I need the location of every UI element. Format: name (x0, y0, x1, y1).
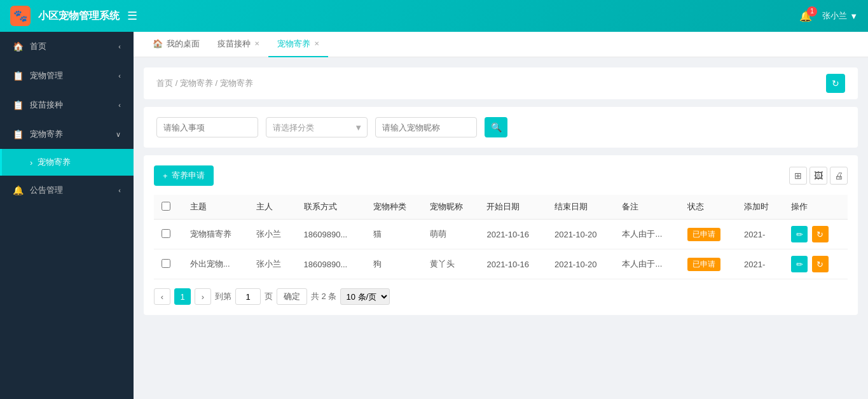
toolbar-icons: ⊞ 🖼 🖨 (789, 167, 848, 185)
page-content: 首页 / 宠物寄养 / 宠物寄养 ↻ 请选择分类 猫 狗 其他 (134, 57, 868, 399)
user-arrow-icon: ▼ (850, 11, 858, 21)
breadcrumb-bar: 首页 / 宠物寄养 / 宠物寄养 ↻ (144, 67, 858, 99)
status-update-button[interactable]: ↻ (812, 256, 829, 272)
page-confirm-button[interactable]: 确定 (277, 288, 307, 305)
tab-vaccine-label: 疫苗接种 (217, 38, 251, 50)
next-page-button[interactable]: › (195, 288, 211, 305)
refresh-button[interactable]: ↻ (826, 74, 845, 93)
cell-action: ✏ ↻ (783, 220, 848, 249)
sidebar-item-pet-mgmt[interactable]: 📋 宠物管理 ‹ (0, 61, 134, 90)
cell-checkbox (154, 249, 183, 279)
cell-end-date: 2021-10-20 (547, 249, 614, 279)
cell-pet-name: 黄丫头 (422, 249, 479, 279)
menu-toggle-icon[interactable]: ☰ (127, 9, 137, 23)
search-category-select[interactable]: 请选择分类 猫 狗 其他 (266, 117, 368, 137)
search-button[interactable]: 🔍 (485, 117, 507, 137)
breadcrumb-home[interactable]: 首页 (156, 78, 173, 88)
pet-foster-icon: 📋 (13, 129, 24, 139)
cell-remark: 本人由于... (614, 249, 679, 279)
go-to-label: 到第 (215, 291, 231, 302)
tab-pet-foster-close[interactable]: ✕ (314, 40, 319, 47)
tab-vaccine[interactable]: 疫苗接种 ✕ (209, 32, 268, 57)
sidebar-item-home[interactable]: 🏠 首页 ‹ (0, 32, 134, 61)
sidebar-label-pet-mgmt: 宠物管理 (30, 70, 63, 81)
cell-start-date: 2021-10-16 (479, 220, 546, 249)
user-menu[interactable]: 张小兰 ▼ (822, 10, 858, 22)
row-checkbox[interactable] (162, 229, 170, 238)
user-name: 张小兰 (822, 10, 847, 22)
table-panel: + 寄养申请 ⊞ 🖼 🖨 (144, 155, 858, 315)
col-pet-name: 宠物昵称 (422, 195, 479, 220)
main-content: 🏠 我的桌面 疫苗接种 ✕ 宠物寄养 ✕ 首页 / 宠物寄养 / (134, 32, 868, 399)
image-icon: 🖼 (814, 171, 823, 181)
cell-pet-type: 狗 (366, 249, 422, 279)
tab-pet-foster[interactable]: 宠物寄养 ✕ (268, 32, 328, 57)
edit-button[interactable]: ✏ (791, 226, 808, 242)
sidebar: 🏠 首页 ‹ 📋 宠物管理 ‹ 📋 疫苗接种 ‹ 📋 宠物寄养 ∨ (0, 32, 134, 399)
page-1-button[interactable]: 1 (174, 288, 191, 305)
cell-add-time: 2021- (736, 220, 783, 249)
sidebar-item-vaccine[interactable]: 📋 疫苗接种 ‹ (0, 90, 134, 120)
select-all-checkbox[interactable] (162, 202, 170, 211)
cell-action: ✏ ↻ (783, 249, 848, 279)
print-button[interactable]: 🖨 (830, 167, 848, 185)
grid-icon: ⊞ (794, 171, 802, 181)
search-matter-input[interactable] (156, 117, 258, 137)
prev-page-button[interactable]: ‹ (154, 288, 170, 305)
sidebar-label-announcement: 公告管理 (30, 185, 63, 196)
cell-pet-type: 猫 (366, 220, 422, 249)
sidebar-item-announcement[interactable]: 🔔 公告管理 ‹ (0, 176, 134, 205)
tab-pet-foster-label: 宠物寄养 (277, 38, 310, 50)
status-update-button[interactable]: ↻ (812, 226, 829, 242)
tab-home-label: 我的桌面 (167, 38, 200, 50)
col-start-date: 开始日期 (479, 195, 546, 220)
sidebar-label-home: 首页 (30, 41, 46, 52)
app-title: 小区宠物管理系统 (38, 10, 120, 23)
total-count: 共 2 条 (311, 291, 336, 302)
notification-badge: 1 (807, 6, 817, 17)
sidebar-arrow-pet-foster: ∨ (116, 130, 121, 139)
page-size-select[interactable]: 10 条/页 20 条/页 50 条/页 (340, 288, 390, 305)
table-row: 宠物猫寄养 张小兰 18609890... 猫 萌萌 2021-10-16 20… (154, 220, 848, 249)
cell-add-time: 2021- (736, 249, 783, 279)
sidebar-arrow-announcement: ‹ (118, 186, 121, 194)
cell-end-date: 2021-10-20 (547, 220, 614, 249)
tab-home[interactable]: 🏠 我的桌面 (144, 32, 209, 57)
vaccine-icon: 📋 (13, 100, 24, 110)
breadcrumb-foster[interactable]: 宠物寄养 (180, 78, 213, 88)
image-view-button[interactable]: 🖼 (809, 167, 827, 185)
table-row: 外出宠物... 张小兰 18609890... 狗 黄丫头 2021-10-16… (154, 249, 848, 279)
table-header: 主题 主人 联系方式 宠物种类 宠物昵称 开始日期 结束日期 备注 状态 添加时 (154, 195, 848, 220)
search-bar: 请选择分类 猫 狗 其他 ▼ 🔍 (144, 107, 858, 148)
breadcrumb: 首页 / 宠物寄养 / 宠物寄养 (156, 78, 253, 89)
cell-pet-name: 萌萌 (422, 220, 479, 249)
breadcrumb-sep1: / (176, 78, 180, 88)
cell-remark: 本人由于... (614, 220, 679, 249)
cell-contact: 18609890... (296, 220, 366, 249)
status-badge: 已申请 (687, 228, 720, 241)
foster-table: 主题 主人 联系方式 宠物种类 宠物昵称 开始日期 结束日期 备注 状态 添加时 (154, 195, 848, 279)
cell-status: 已申请 (680, 249, 736, 279)
announcement-icon: 🔔 (13, 185, 24, 195)
table-body: 宠物猫寄养 张小兰 18609890... 猫 萌萌 2021-10-16 20… (154, 220, 848, 279)
sidebar-sub-arrow-icon: › (30, 158, 32, 167)
print-icon: 🖨 (834, 171, 843, 181)
sidebar-sub-item-pet-foster[interactable]: › 宠物寄养 (0, 149, 134, 176)
notification-bell[interactable]: 🔔 1 (799, 10, 812, 22)
grid-view-button[interactable]: ⊞ (789, 167, 807, 185)
header-left: 🐾 小区宠物管理系统 ☰ (10, 6, 137, 26)
add-foster-button[interactable]: + 寄养申请 (154, 165, 214, 186)
edit-button[interactable]: ✏ (791, 256, 808, 272)
col-status: 状态 (680, 195, 736, 220)
app-header: 🐾 小区宠物管理系统 ☰ 🔔 1 张小兰 ▼ (0, 0, 868, 32)
search-icon: 🔍 (491, 122, 502, 132)
page-goto-input[interactable] (235, 288, 261, 305)
search-petname-input[interactable] (375, 117, 477, 137)
sidebar-arrow-pet-mgmt: ‹ (118, 72, 121, 80)
col-end-date: 结束日期 (547, 195, 614, 220)
row-checkbox[interactable] (162, 259, 170, 268)
sidebar-item-pet-foster[interactable]: 📋 宠物寄养 ∨ (0, 120, 134, 149)
tab-vaccine-close[interactable]: ✕ (254, 40, 259, 47)
col-contact: 联系方式 (296, 195, 366, 220)
cell-contact: 18609890... (296, 249, 366, 279)
